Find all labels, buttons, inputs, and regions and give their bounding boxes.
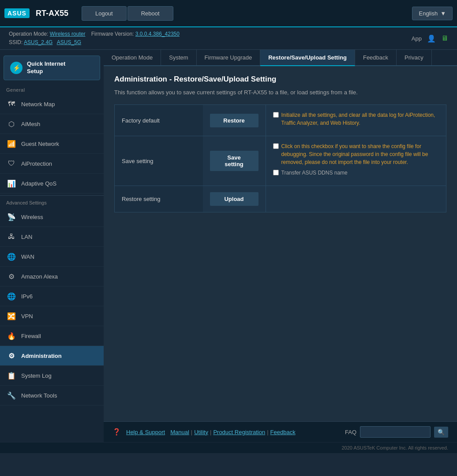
- model-name: RT-AX55: [36, 9, 68, 18]
- sidebar-item-wireless[interactable]: 📡 Wireless: [0, 207, 104, 227]
- content-area: Operation Mode System Firmware Upgrade R…: [104, 50, 457, 442]
- ddns-label: Transfer ASUS DDNS name: [281, 169, 348, 177]
- table-row-factory-default: Factory default Restore Initialize all t…: [115, 105, 446, 136]
- tab-restore-save[interactable]: Restore/Save/Upload Setting: [260, 50, 355, 66]
- sidebar-item-firewall[interactable]: 🔥 Firewall: [0, 326, 104, 346]
- row-action-restore-setting: Upload: [203, 186, 266, 212]
- sidebar-item-aimesh[interactable]: ⬡ AiMesh: [0, 114, 104, 134]
- firmware-value[interactable]: 3.0.0.4.386_42350: [135, 31, 180, 37]
- sidebar-item-adaptive-qos[interactable]: 📊 Adaptive QoS: [0, 174, 104, 193]
- upload-button[interactable]: Upload: [210, 192, 258, 206]
- language-label: English: [419, 10, 438, 17]
- sidebar-item-label: LAN: [21, 234, 32, 240]
- amazon-alexa-icon: ⚙: [6, 271, 17, 282]
- info-text: Operation Mode: Wireless router Firmware…: [9, 30, 180, 47]
- chevron-down-icon: ▼: [440, 10, 446, 17]
- wireless-icon: 📡: [6, 212, 17, 222]
- sidebar: ⚡ Quick InternetSetup General 🗺 Network …: [0, 50, 104, 442]
- sidebar-item-network-map[interactable]: 🗺 Network Map: [0, 94, 104, 114]
- sidebar-item-guest-network[interactable]: 📶 Guest Network: [0, 134, 104, 154]
- debug-checkbox[interactable]: [273, 143, 279, 149]
- ssid-24g[interactable]: ASUS_2.4G: [24, 39, 52, 45]
- feedback-link[interactable]: Feedback: [270, 429, 296, 435]
- wan-icon: 🌐: [6, 251, 17, 262]
- logo-area: ASUS RT-AX55: [4, 8, 68, 18]
- sidebar-item-label: Firewall: [21, 333, 41, 339]
- firmware-label: Firmware Version:: [91, 31, 134, 37]
- row-info-save-setting: Click on this checkbox if you want to sh…: [266, 136, 446, 186]
- row-info-restore-setting: [266, 186, 446, 212]
- firewall-icon: 🔥: [6, 331, 17, 341]
- top-icons: App 👤 🖥: [412, 34, 448, 43]
- row-label-restore-setting: Restore setting: [115, 186, 203, 212]
- utility-link[interactable]: Utility: [194, 429, 208, 435]
- sidebar-item-label: Network Tools: [21, 392, 57, 399]
- sidebar-item-wan[interactable]: 🌐 WAN: [0, 247, 104, 267]
- sidebar-item-label: Amazon Alexa: [21, 273, 58, 280]
- sidebar-item-aiprotection[interactable]: 🛡 AiProtection: [0, 154, 104, 174]
- page-content: Administration - Restore/Save/Upload Set…: [104, 66, 457, 421]
- settings-table: Factory default Restore Initialize all t…: [114, 104, 446, 212]
- ssid-line: SSID: ASUS_2.4G ASUS_5G: [9, 38, 180, 47]
- row-label-save-setting: Save setting: [115, 136, 203, 186]
- tab-feedback[interactable]: Feedback: [355, 50, 397, 65]
- tab-system[interactable]: System: [161, 50, 196, 65]
- faq-area: FAQ 🔍: [345, 426, 448, 438]
- sidebar-item-label: AiMesh: [21, 121, 40, 127]
- quick-setup-icon: ⚡: [10, 62, 22, 74]
- sidebar-item-amazon-alexa[interactable]: ⚙ Amazon Alexa: [0, 267, 104, 286]
- sidebar-item-label: IPv6: [21, 293, 33, 300]
- ssid-label: SSID:: [9, 39, 22, 45]
- checkbox-row-debug: Click on this checkbox if you want to sh…: [273, 142, 439, 166]
- sidebar-item-label: Guest Network: [21, 141, 59, 147]
- row-label-factory-default: Factory default: [115, 105, 203, 136]
- sidebar-item-administration[interactable]: ⚙ Administration: [0, 346, 104, 366]
- sidebar-item-vpn[interactable]: 🔀 VPN: [0, 306, 104, 326]
- aiprotection-icon: 🛡: [6, 158, 17, 169]
- page-title: Administration - Restore/Save/Upload Set…: [114, 75, 446, 84]
- checkbox-row-initialize: Initialize all the settings, and clear a…: [273, 111, 439, 127]
- save-setting-button[interactable]: Save setting: [210, 151, 258, 171]
- initialize-checkbox[interactable]: [273, 112, 279, 118]
- language-selector[interactable]: English ▼: [412, 7, 453, 20]
- network-tools-icon: 🔧: [6, 390, 17, 401]
- manual-link[interactable]: Manual: [170, 429, 189, 435]
- sidebar-item-label: Adaptive QoS: [21, 180, 56, 187]
- logout-button[interactable]: Logout: [82, 6, 127, 21]
- asus-logo: ASUS: [4, 8, 30, 18]
- table-row-restore-setting: Restore setting Upload: [115, 186, 446, 212]
- app-label: App: [412, 35, 422, 42]
- sidebar-item-label: VPN: [21, 313, 33, 320]
- ddns-checkbox[interactable]: [273, 170, 279, 175]
- faq-search-input[interactable]: [360, 426, 431, 438]
- top-nav-buttons: Logout Reboot: [82, 6, 173, 21]
- sidebar-item-system-log[interactable]: 📋 System Log: [0, 366, 104, 386]
- sidebar-item-lan[interactable]: 🖧 LAN: [0, 227, 104, 247]
- faq-search-button[interactable]: 🔍: [434, 427, 448, 438]
- operation-mode-value[interactable]: Wireless router: [50, 31, 86, 37]
- general-section-label: General: [0, 84, 104, 94]
- network-map-icon: 🗺: [6, 99, 17, 109]
- reboot-button[interactable]: Reboot: [127, 6, 173, 21]
- ipv6-icon: 🌐: [6, 291, 17, 301]
- tab-operation-mode[interactable]: Operation Mode: [104, 50, 161, 65]
- system-log-icon: 📋: [6, 370, 17, 381]
- checkbox-row-ddns: Transfer ASUS DDNS name: [273, 169, 439, 177]
- person-icon[interactable]: 👤: [427, 34, 436, 43]
- aimesh-icon: ⬡: [6, 119, 17, 129]
- sidebar-item-label: Network Map: [21, 101, 55, 108]
- initialize-label: Initialize all the settings, and clear a…: [281, 111, 439, 127]
- sidebar-item-ipv6[interactable]: 🌐 IPv6: [0, 286, 104, 306]
- product-registration-link[interactable]: Product Registration: [213, 429, 265, 435]
- row-action-factory-default: Restore: [203, 105, 266, 136]
- sidebar-item-network-tools[interactable]: 🔧 Network Tools: [0, 386, 104, 405]
- help-support-link[interactable]: Help & Support: [126, 429, 165, 435]
- ssid-5g[interactable]: ASUS_5G: [57, 39, 81, 45]
- monitor-icon[interactable]: 🖥: [441, 34, 448, 42]
- quick-setup-label: Quick InternetSetup: [27, 60, 65, 75]
- quick-internet-setup[interactable]: ⚡ Quick InternetSetup: [4, 56, 100, 80]
- tab-firmware-upgrade[interactable]: Firmware Upgrade: [197, 50, 261, 65]
- tab-privacy[interactable]: Privacy: [397, 50, 432, 65]
- sidebar-item-label: Wireless: [21, 214, 43, 220]
- restore-button[interactable]: Restore: [210, 114, 258, 127]
